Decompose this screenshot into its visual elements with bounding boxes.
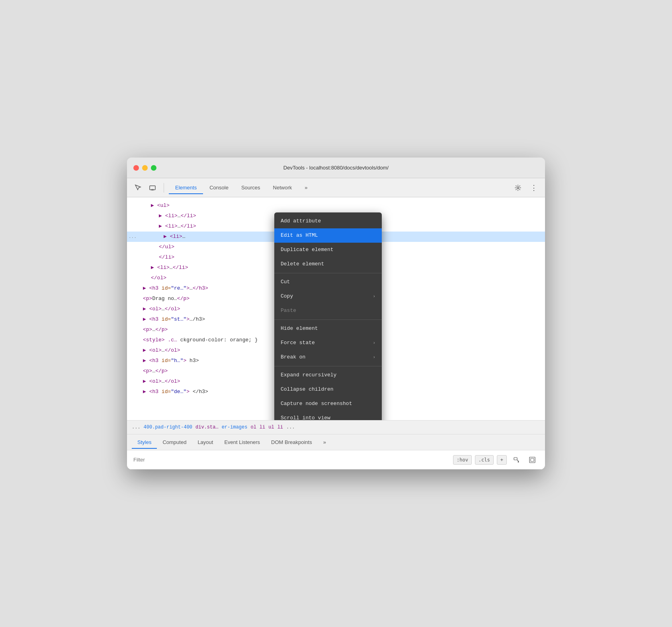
tab-more-bottom[interactable]: » xyxy=(318,436,332,448)
minimize-button[interactable] xyxy=(142,165,148,171)
box-model-icon[interactable] xyxy=(526,454,539,466)
maximize-button[interactable] xyxy=(151,165,156,171)
cm-copy[interactable]: Copy › xyxy=(274,289,382,304)
context-menu: Add attribute Edit as HTML Duplicate ele… xyxy=(274,212,382,420)
breadcrumb-item-0[interactable]: 400.pad-right-400 xyxy=(144,424,192,430)
breadcrumb-dots-start[interactable]: ... xyxy=(132,424,141,430)
window-title: DevTools - localhost:8080/docs/devtools/… xyxy=(283,165,389,171)
toolbar-separator xyxy=(164,183,164,193)
filter-bar: :hov .cls + xyxy=(127,450,545,469)
breadcrumb-item-3[interactable]: ol xyxy=(250,424,256,430)
svg-rect-5 xyxy=(529,457,535,463)
breadcrumb-item-2[interactable]: er-images xyxy=(222,424,248,430)
settings-icon[interactable] xyxy=(512,181,524,194)
cm-paste: Paste xyxy=(274,304,382,318)
cm-edit-as-html[interactable]: Edit as HTML xyxy=(274,228,382,243)
breadcrumb-dots-end[interactable]: ... xyxy=(286,424,295,430)
paint-icon[interactable] xyxy=(510,454,523,466)
svg-rect-6 xyxy=(531,458,534,461)
tab-event-listeners[interactable]: Event Listeners xyxy=(219,436,266,448)
hov-button[interactable]: :hov xyxy=(453,455,472,465)
cm-hide-element[interactable]: Hide element xyxy=(274,321,382,336)
tab-dom-breakpoints[interactable]: DOM Breakpoints xyxy=(266,436,318,448)
new-style-rule-button[interactable]: + xyxy=(497,455,507,465)
cm-separator xyxy=(274,319,382,320)
breadcrumb-item-6[interactable]: li xyxy=(277,424,283,430)
main-tab-list: Elements Console Sources Network » xyxy=(169,181,510,194)
dom-tree: ▶ <ul> ▶ <li>…</li> ▶ <li>…</li> ... ▶ <… xyxy=(127,197,545,420)
filter-icons: :hov .cls + xyxy=(453,454,539,466)
cm-add-attribute[interactable]: Add attribute xyxy=(274,214,382,228)
cm-delete-element[interactable]: Delete element xyxy=(274,257,382,271)
bottom-tab-list: Styles Computed Layout Event Listeners D… xyxy=(127,434,545,450)
cm-collapse-children[interactable]: Collapse children xyxy=(274,382,382,397)
tab-network[interactable]: Network xyxy=(267,181,299,194)
svg-rect-3 xyxy=(514,458,517,460)
cm-break-on[interactable]: Break on › xyxy=(274,350,382,364)
cm-expand-recursively[interactable]: Expand recursively xyxy=(274,368,382,382)
devtools-window: DevTools - localhost:8080/docs/devtools/… xyxy=(127,158,545,469)
breadcrumb-bar: ... 400.pad-right-400 div.sta… er-images… xyxy=(127,420,545,434)
tab-layout[interactable]: Layout xyxy=(192,436,219,448)
traffic-lights xyxy=(133,165,156,171)
svg-point-4 xyxy=(518,461,519,462)
more-options-icon[interactable]: ⋮ xyxy=(527,181,540,194)
cm-separator xyxy=(274,366,382,366)
tab-elements[interactable]: Elements xyxy=(169,181,203,194)
tab-sources[interactable]: Sources xyxy=(235,181,267,194)
device-mode-icon[interactable] xyxy=(146,181,159,194)
tab-computed[interactable]: Computed xyxy=(157,436,192,448)
cm-arrow-icon: › xyxy=(373,292,375,301)
tab-console[interactable]: Console xyxy=(203,181,235,194)
inspect-icon[interactable] xyxy=(132,181,145,194)
close-button[interactable] xyxy=(133,165,139,171)
breadcrumb-item-1[interactable]: div.sta… xyxy=(195,424,219,430)
breadcrumb-item-5[interactable]: ul xyxy=(268,424,274,430)
tab-styles[interactable]: Styles xyxy=(132,436,157,448)
cm-arrow-icon: › xyxy=(373,339,375,347)
cls-button[interactable]: .cls xyxy=(475,455,494,465)
svg-point-2 xyxy=(517,187,519,189)
cm-arrow-icon: › xyxy=(373,353,375,362)
filter-input[interactable] xyxy=(133,457,448,463)
cm-cut[interactable]: Cut xyxy=(274,275,382,289)
breadcrumb-item-4[interactable]: li xyxy=(260,424,265,430)
cm-duplicate-element[interactable]: Duplicate element xyxy=(274,243,382,257)
cm-separator xyxy=(274,273,382,273)
tab-more[interactable]: » xyxy=(298,181,314,194)
cm-scroll-into-view[interactable]: Scroll into view xyxy=(274,411,382,420)
dom-line[interactable]: ▶ <ul> xyxy=(127,201,545,211)
titlebar: DevTools - localhost:8080/docs/devtools/… xyxy=(127,158,545,178)
main-toolbar: Elements Console Sources Network » xyxy=(127,178,545,197)
cm-force-state[interactable]: Force state › xyxy=(274,336,382,350)
toolbar-right: ⋮ xyxy=(512,181,540,194)
cm-capture-node-screenshot[interactable]: Capture node screenshot xyxy=(274,397,382,411)
